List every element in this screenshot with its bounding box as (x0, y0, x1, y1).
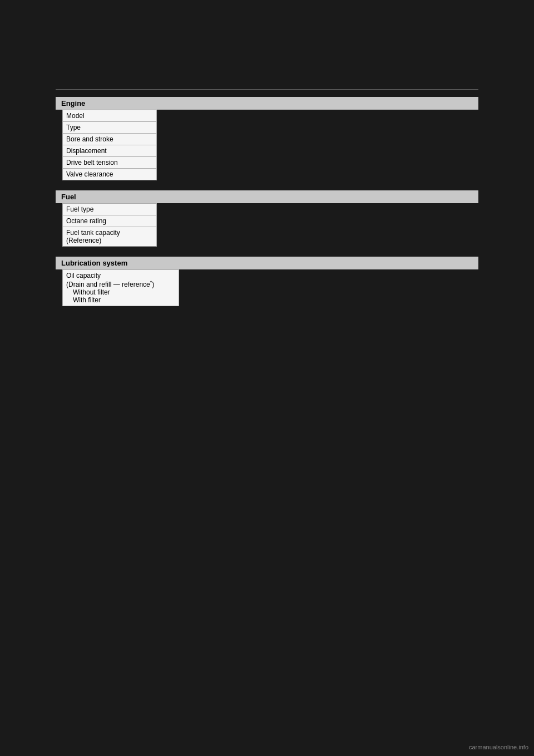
fuel-type-row: Fuel type (63, 204, 156, 215)
oil-capacity-label: Oil capacity (Drain and refill — referen… (66, 272, 154, 304)
engine-header-label: Engine (61, 99, 85, 107)
fuel-section-header: Fuel (56, 190, 478, 203)
engine-displacement-row: Displacement (63, 145, 156, 157)
watermark: carmanualsonline.info (469, 744, 528, 750)
oil-capacity-main-label: Oil capacity (66, 272, 101, 279)
engine-bore-stroke-label: Bore and stroke (66, 135, 113, 143)
engine-valve-clearance-row: Valve clearance (63, 169, 156, 180)
fuel-section: Fuel Fuel type Octane rating Fuel tank c… (56, 190, 478, 247)
fuel-type-label: Fuel type (66, 205, 93, 213)
engine-bore-stroke-row: Bore and stroke (63, 134, 156, 145)
oil-capacity-close-paren: ) (152, 281, 154, 288)
oil-with-filter-label: With filter (66, 296, 101, 304)
lubrication-section: Lubrication system Oil capacity (Drain a… (56, 257, 478, 306)
horizontal-rule (56, 89, 478, 90)
engine-drive-belt-row: Drive belt tension (63, 157, 156, 169)
engine-type-row: Type (63, 122, 156, 134)
engine-valve-clearance-label: Valve clearance (66, 170, 113, 178)
fuel-octane-label: Octane rating (66, 217, 106, 225)
oil-capacity-drain-refill: (Drain and refill — reference (66, 281, 150, 288)
fuel-items-table: Fuel type Octane rating Fuel tank capaci… (62, 203, 157, 247)
engine-type-label: Type (66, 124, 81, 131)
engine-displacement-label: Displacement (66, 147, 107, 155)
fuel-tank-label: Fuel tank capacity(Reference) (66, 229, 120, 244)
fuel-octane-row: Octane rating (63, 215, 156, 227)
main-container: Engine Model Type Bore and stroke Displa… (56, 97, 478, 316)
oil-without-filter-label: Without filter (66, 288, 110, 296)
engine-model-row: Model (63, 110, 156, 122)
fuel-tank-row: Fuel tank capacity(Reference) (63, 227, 156, 246)
engine-section-header: Engine (56, 97, 478, 110)
lubrication-section-header: Lubrication system (56, 257, 478, 269)
engine-section: Engine Model Type Bore and stroke Displa… (56, 97, 478, 180)
page-content: Engine Model Type Bore and stroke Displa… (0, 0, 534, 756)
lubrication-items-table: Oil capacity (Drain and refill — referen… (62, 269, 179, 306)
oil-capacity-row: Oil capacity (Drain and refill — referen… (63, 270, 179, 306)
lubrication-header-label: Lubrication system (61, 259, 127, 267)
engine-items-table: Model Type Bore and stroke Displacement … (62, 110, 157, 180)
engine-model-label: Model (66, 112, 85, 120)
engine-drive-belt-label: Drive belt tension (66, 159, 118, 166)
watermark-text: carmanualsonline.info (469, 744, 528, 750)
oil-capacity-sub-label: (Drain and refill — reference*) (66, 281, 154, 288)
fuel-header-label: Fuel (61, 193, 76, 201)
